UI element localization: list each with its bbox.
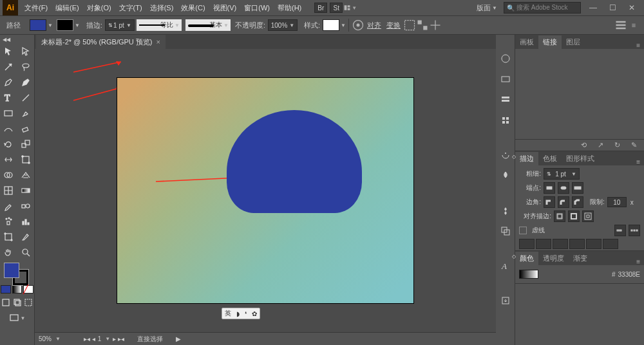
panel-menu-icon[interactable]: ≡: [632, 42, 644, 49]
transform-label[interactable]: 变换: [386, 21, 401, 30]
tab-layers[interactable]: 图层: [562, 35, 585, 49]
stroke-swatch[interactable]: [57, 19, 73, 31]
menu-object[interactable]: 对象(O): [83, 0, 115, 15]
mode-color[interactable]: [1, 285, 11, 294]
menu-edit[interactable]: 编辑(E): [52, 0, 83, 15]
blue-shape[interactable]: [227, 110, 362, 213]
shape-builder-tool[interactable]: [0, 167, 17, 183]
document-tab[interactable]: 未标题-2* @ 50% (RGB/GPU 预览) ×: [36, 35, 166, 49]
graphic-style-swatch[interactable]: [323, 19, 339, 31]
eraser-tool[interactable]: [17, 121, 35, 136]
join-bevel-button[interactable]: [572, 196, 583, 208]
menu-effect[interactable]: 效果(C): [177, 0, 209, 15]
isolate-icon[interactable]: [403, 19, 416, 32]
align-label[interactable]: 对齐: [367, 21, 381, 30]
artboard[interactable]: [117, 78, 413, 303]
stroke-panel-menu-icon[interactable]: ≡: [632, 158, 644, 165]
gradient-tool[interactable]: [17, 183, 35, 198]
menu-view[interactable]: 视图(V): [209, 0, 241, 15]
fill-dropdown-icon[interactable]: ▼: [48, 23, 53, 28]
ctrlbar-menu-icon[interactable]: ≡: [627, 19, 640, 32]
magic-wand-tool[interactable]: [0, 59, 17, 75]
column-graph-tool[interactable]: [17, 214, 35, 229]
artboard-tool[interactable]: [0, 229, 17, 245]
cap-round-button[interactable]: [558, 182, 569, 194]
dash-input-3[interactable]: [586, 239, 601, 249]
tab-gradient[interactable]: 渐变: [569, 252, 592, 265]
menu-help[interactable]: 帮助(H): [274, 0, 305, 15]
rectangle-tool[interactable]: [0, 106, 17, 121]
window-close-button[interactable]: ✕: [622, 0, 641, 15]
artboard-nav[interactable]: ▸◂ ◂ 1 ▼ ▸ ▸◂: [84, 335, 124, 342]
symbols2-panel-icon[interactable]: [498, 169, 513, 183]
selection-tool[interactable]: [0, 44, 17, 59]
stock-button[interactable]: St: [330, 3, 343, 13]
link-relink-icon[interactable]: ⟲: [577, 139, 590, 152]
dash-input-1[interactable]: [519, 239, 535, 249]
menu-type[interactable]: 文字(T): [115, 0, 146, 15]
dash-align-button[interactable]: [629, 225, 640, 236]
menu-file[interactable]: 文件(F): [21, 0, 52, 15]
draw-behind-icon[interactable]: [12, 295, 23, 310]
weight-input[interactable]: ⇅1 pt▼: [544, 168, 580, 180]
mode-gradient[interactable]: [12, 285, 23, 294]
gap-input-1[interactable]: [536, 239, 551, 249]
mode-none[interactable]: ╱: [23, 285, 33, 294]
eyedropper-tool[interactable]: [0, 198, 17, 214]
direct-selection-tool[interactable]: [17, 44, 35, 59]
link-edit-icon[interactable]: ✎: [627, 139, 640, 152]
brush-def-dropdown[interactable]: 基本 ▼: [185, 19, 231, 31]
char-panel-icon[interactable]: [498, 148, 513, 162]
mesh-tool[interactable]: [0, 183, 17, 198]
hand-tool[interactable]: [0, 245, 17, 260]
screen-mode-button[interactable]: ▼: [0, 310, 34, 326]
opacity-input[interactable]: 100%▼: [268, 19, 298, 31]
workspace-switcher[interactable]: 版面▼: [473, 3, 501, 13]
slice-tool[interactable]: [17, 229, 35, 245]
libraries-panel-icon[interactable]: [498, 72, 513, 86]
align-panel-icon[interactable]: [498, 203, 513, 218]
tab-stroke[interactable]: ◇描边: [515, 152, 538, 165]
miter-limit-input[interactable]: [607, 197, 627, 207]
align-pixel-icon[interactable]: [429, 19, 442, 32]
brushes-panel-icon[interactable]: [498, 93, 513, 107]
ime-indicator[interactable]: 英 ◗ ❛ ✿: [222, 308, 260, 319]
fill-stroke-indicator[interactable]: [0, 260, 34, 284]
color-hex-value[interactable]: 33308E: [618, 271, 640, 278]
type-tool[interactable]: T: [0, 90, 17, 106]
link-goto-icon[interactable]: ↗: [594, 139, 607, 152]
status-play-icon[interactable]: ▶: [176, 335, 181, 342]
width-tool[interactable]: [0, 152, 17, 167]
zoom-tool[interactable]: [17, 245, 35, 260]
stroke-weight-input[interactable]: ⇅1 pt▼: [105, 19, 135, 31]
paintbrush-tool[interactable]: [17, 106, 35, 121]
ctrlbar-settings-icon[interactable]: [614, 19, 627, 32]
close-tab-icon[interactable]: ×: [156, 38, 160, 46]
rotate-tool[interactable]: [0, 136, 17, 152]
tab-artboards[interactable]: 画板: [515, 35, 538, 49]
tab-swatches[interactable]: 色板: [538, 152, 562, 165]
align-inside-button[interactable]: [568, 210, 580, 222]
align-center-button[interactable]: [554, 210, 565, 222]
free-transform-tool[interactable]: [17, 152, 35, 167]
link-update-icon[interactable]: ↻: [611, 139, 623, 152]
cap-butt-button[interactable]: [544, 182, 555, 194]
blend-tool[interactable]: [17, 198, 35, 214]
arrange-docs-icon[interactable]: ▼: [344, 1, 357, 14]
scale-tool[interactable]: [17, 136, 35, 152]
join-round-button[interactable]: [558, 196, 569, 208]
properties-panel-icon[interactable]: [498, 51, 513, 66]
tab-links[interactable]: 链接: [538, 35, 562, 49]
select-similar-icon[interactable]: [416, 19, 429, 32]
tab-color[interactable]: ◇颜色: [515, 252, 538, 265]
perspective-grid-tool[interactable]: [17, 167, 35, 183]
dash-input-2[interactable]: [553, 239, 568, 249]
stock-search-input[interactable]: 🔍搜索 Adobe Stock: [504, 2, 581, 14]
stroke-dropdown-icon[interactable]: ▼: [75, 23, 80, 28]
stroke-profile-dropdown[interactable]: 等比 ▼: [137, 19, 182, 31]
fill-color-box[interactable]: [4, 263, 19, 278]
symbol-sprayer-tool[interactable]: [0, 214, 17, 229]
curvature-tool[interactable]: [17, 75, 35, 90]
recolor-icon[interactable]: [352, 19, 365, 32]
dash-preserve-button[interactable]: [614, 225, 626, 236]
